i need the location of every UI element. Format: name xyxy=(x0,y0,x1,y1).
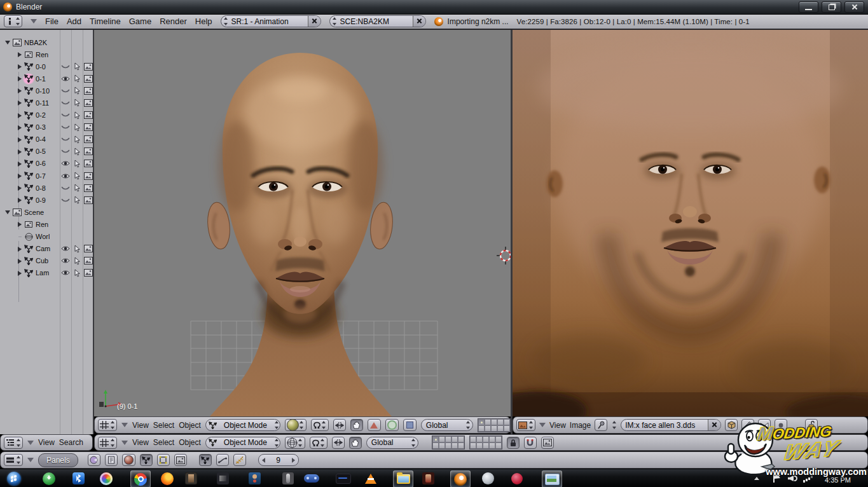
layers-widget[interactable] xyxy=(432,436,465,449)
screen-unlink-button[interactable] xyxy=(308,16,320,27)
orientation-dropdown[interactable]: Global xyxy=(421,419,473,431)
expand-toggle[interactable] xyxy=(16,245,23,252)
paint-mode-button[interactable] xyxy=(741,419,754,431)
orientation-dropdown[interactable]: Global xyxy=(366,437,418,449)
renderability-icon[interactable] xyxy=(83,86,93,95)
expand-toggle[interactable] xyxy=(16,148,23,155)
expand-toggle[interactable] xyxy=(16,63,23,70)
menu-image[interactable]: Image xyxy=(570,421,591,430)
taskbar-icon-blender[interactable] xyxy=(450,470,471,487)
taskbar-icon-bluetooth[interactable] xyxy=(69,470,88,486)
menu-view[interactable]: View xyxy=(38,438,55,447)
menu-view[interactable]: View xyxy=(132,421,149,430)
expand-toggle[interactable] xyxy=(16,233,23,240)
outliner-panel[interactable]: NBA2K Ren xyxy=(0,30,93,434)
visibility-eye-icon[interactable] xyxy=(60,74,70,83)
logic-context-button[interactable] xyxy=(88,454,100,466)
image-name-field[interactable]: IM:x face allen 3.dds xyxy=(621,419,721,431)
visibility-eye-icon[interactable] xyxy=(60,111,70,120)
outliner-item-0-8[interactable]: 0-8 xyxy=(0,182,93,194)
outliner-item-label[interactable]: 0-8 xyxy=(36,184,46,192)
object-context-button[interactable] xyxy=(140,454,153,466)
editor-type-selector[interactable] xyxy=(4,437,23,449)
outliner-item-label[interactable]: 0-7 xyxy=(36,172,46,180)
renderability-icon[interactable] xyxy=(83,195,93,205)
selectability-cursor-icon[interactable] xyxy=(72,147,81,156)
mode-dropdown-stepper[interactable] xyxy=(274,420,280,430)
viewport-3d[interactable]: (9) 0-1 xyxy=(94,30,511,416)
snap-magnet-button[interactable] xyxy=(524,437,537,449)
rotation-pivot-button[interactable] xyxy=(311,419,329,431)
realtime-texture-button[interactable] xyxy=(725,419,738,431)
image-browse-stepper[interactable] xyxy=(611,420,617,430)
tray-expand-icon[interactable] xyxy=(752,469,761,487)
outliner-item-cam[interactable]: Cam xyxy=(0,243,93,255)
visibility-eye-icon[interactable] xyxy=(60,135,70,144)
visibility-eye-icon[interactable] xyxy=(60,268,70,278)
panels-menu-button[interactable]: Panels xyxy=(38,453,78,467)
visibility-eye-icon[interactable] xyxy=(60,159,70,168)
frame-decrement-arrow[interactable] xyxy=(262,458,265,463)
expand-toggle[interactable] xyxy=(4,39,11,46)
outliner-item-0-2[interactable]: 0-2 xyxy=(0,109,93,121)
selectability-cursor-icon[interactable] xyxy=(72,183,81,193)
outliner-item-cub[interactable]: Cub xyxy=(0,255,93,267)
outliner-item-label[interactable]: 0-10 xyxy=(36,87,50,95)
outliner-item-ren[interactable]: Ren xyxy=(0,218,93,230)
outliner-item-nba2k[interactable]: NBA2K xyxy=(0,36,93,48)
visibility-eye-icon[interactable] xyxy=(60,123,70,132)
menu-search[interactable]: Search xyxy=(59,438,83,447)
viewport-shading-dropdown[interactable] xyxy=(285,419,307,431)
outliner-item-0-4[interactable]: 0-4 xyxy=(0,134,93,146)
renderability-icon[interactable] xyxy=(83,123,93,132)
menu-view[interactable]: View xyxy=(132,438,149,447)
menu-render[interactable]: Render xyxy=(160,17,187,26)
outliner-item-0-7[interactable]: 0-7 xyxy=(0,170,93,182)
manipulator-rotate-button[interactable] xyxy=(385,419,399,431)
shading-context-button[interactable] xyxy=(122,454,135,466)
expand-toggle[interactable] xyxy=(16,87,23,94)
selectability-cursor-icon[interactable] xyxy=(72,111,81,120)
window-type-selector[interactable] xyxy=(4,15,22,27)
editor-type-stepper[interactable] xyxy=(15,438,21,448)
header-collapse-icon[interactable] xyxy=(27,441,34,445)
taskbar-icon-game-app[interactable] xyxy=(418,470,437,486)
window-type-stepper[interactable] xyxy=(15,17,20,26)
screen-selector-stepper[interactable] xyxy=(223,17,229,26)
renderability-icon[interactable] xyxy=(83,171,93,181)
editor-type-selector[interactable] xyxy=(98,437,117,449)
outliner-item-label[interactable]: 0-6 xyxy=(36,160,46,167)
outliner-item-label[interactable]: 0-5 xyxy=(36,147,46,155)
outliner-item-scene[interactable]: Scene xyxy=(0,206,93,218)
viewport-shading-dropdown[interactable] xyxy=(285,437,305,449)
layers-widget[interactable] xyxy=(478,418,511,432)
close-button[interactable] xyxy=(844,1,864,13)
renderability-icon[interactable] xyxy=(83,268,93,278)
render-preview-button[interactable] xyxy=(541,437,554,449)
outliner-item-0-9[interactable]: 0-9 xyxy=(0,194,93,206)
outliner-item-label[interactable]: 0-0 xyxy=(36,63,46,71)
selectability-cursor-icon[interactable] xyxy=(72,62,81,71)
taskbar-icon-media-player[interactable] xyxy=(97,470,116,486)
taskbar-icon-photo-app-2[interactable] xyxy=(213,470,232,486)
outliner-item-0-1[interactable]: 0-1 xyxy=(0,72,93,85)
editor-type-selector[interactable] xyxy=(516,419,535,431)
image-unlink-button[interactable] xyxy=(708,420,720,430)
selectability-cursor-icon[interactable] xyxy=(72,244,81,254)
renderability-icon[interactable] xyxy=(83,111,93,120)
pin-image-button[interactable] xyxy=(595,419,607,431)
visibility-eye-icon[interactable] xyxy=(60,86,70,95)
selectability-cursor-icon[interactable] xyxy=(72,74,81,83)
record-button[interactable] xyxy=(775,419,787,431)
taskbar-icon-idm[interactable] xyxy=(39,470,59,486)
renderability-icon[interactable] xyxy=(83,159,93,168)
editor-type-stepper[interactable] xyxy=(528,420,534,430)
taskbar-icon-console-app[interactable] xyxy=(334,470,353,486)
script-context-button[interactable] xyxy=(105,454,118,466)
header-collapse-icon[interactable] xyxy=(121,441,128,445)
outliner-item-0-5[interactable]: 0-5 xyxy=(0,146,93,158)
taskbar-icon-start-orb[interactable] xyxy=(4,470,24,486)
outliner-item-label[interactable]: Scene xyxy=(24,209,44,216)
menu-help[interactable]: Help xyxy=(195,17,212,26)
outliner-item-label[interactable]: Cub xyxy=(36,257,48,264)
